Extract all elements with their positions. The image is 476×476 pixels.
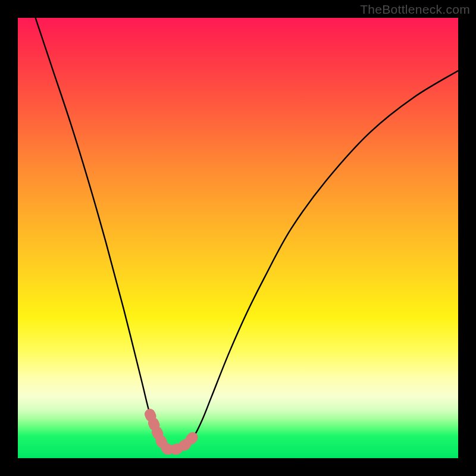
optimal-zone-highlight bbox=[150, 414, 194, 449]
curve-svg bbox=[18, 18, 458, 458]
watermark-text: TheBottleneck.com bbox=[360, 2, 470, 17]
bottleneck-curve bbox=[36, 18, 458, 450]
chart-frame: TheBottleneck.com bbox=[0, 0, 476, 476]
plot-area bbox=[18, 18, 458, 458]
